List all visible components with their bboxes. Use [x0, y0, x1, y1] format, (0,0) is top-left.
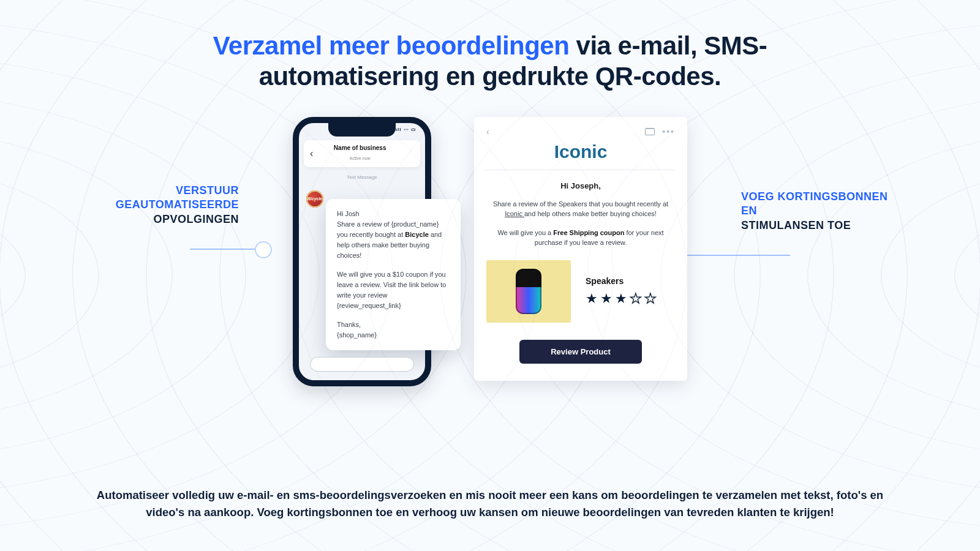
email-p1: Share a review of the Speakers that you …	[486, 199, 675, 219]
star-icon[interactable]: ★	[600, 291, 615, 306]
star-icon[interactable]: ★	[630, 291, 644, 306]
divider	[486, 170, 675, 170]
product-name: Speakers	[586, 276, 675, 286]
page-headline: Verzamel meer beoordelingen via e-mail, …	[153, 31, 827, 92]
business-subtitle: Active now	[350, 156, 371, 160]
more-icon[interactable]: •••	[662, 127, 675, 137]
sms-message-card: Hi Josh Share a review of {product_name}…	[326, 199, 461, 351]
email-back-icon[interactable]: ‹	[486, 127, 489, 137]
star-icon[interactable]: ★	[644, 291, 659, 306]
sms-p1b: Bicycle	[405, 231, 429, 238]
email-brand: Iconic	[486, 141, 675, 162]
thread-label: Text Message	[299, 174, 425, 180]
phone-mockup: ••ıll ⋯ ▭ ‹ Name of business Active now …	[293, 117, 431, 386]
product-rating[interactable]: ★★★★★	[586, 291, 675, 307]
phone-status-icons: ••ıll ⋯ ▭	[391, 127, 417, 132]
bottom-paragraph: Automatiseer volledig uw e-mail- en sms-…	[0, 487, 980, 522]
star-icon[interactable]: ★	[615, 291, 630, 306]
envelope-icon[interactable]	[645, 128, 655, 135]
phone-notch	[328, 123, 396, 137]
product-image	[486, 260, 571, 323]
sms-greet: Hi Josh	[337, 209, 450, 219]
sms-sign2: {shop_name}	[337, 330, 450, 340]
sender-avatar: Bicycle	[306, 190, 323, 208]
email-card: ‹ ••• Iconic Hi Joseph, Share a review o…	[474, 117, 687, 381]
sms-p2: We will give you a $10 coupon if you lea…	[337, 269, 450, 311]
headline-accent: Verzamel meer beoordelingen	[213, 31, 570, 60]
review-product-button[interactable]: Review Product	[519, 340, 642, 364]
sms-composer[interactable]	[310, 357, 414, 372]
product-row: Speakers ★★★★★	[486, 257, 675, 326]
star-icon[interactable]: ★	[586, 291, 600, 306]
back-icon[interactable]: ‹	[310, 148, 313, 159]
email-greet: Hi Joseph,	[486, 181, 675, 190]
sms-sign1: Thanks,	[337, 320, 450, 330]
email-p2: We will give you a Free Shipping coupon …	[486, 228, 675, 248]
speaker-illustration	[516, 269, 541, 314]
chat-header: ‹ Name of business Active now	[304, 140, 420, 167]
business-name: Name of business	[318, 144, 402, 151]
